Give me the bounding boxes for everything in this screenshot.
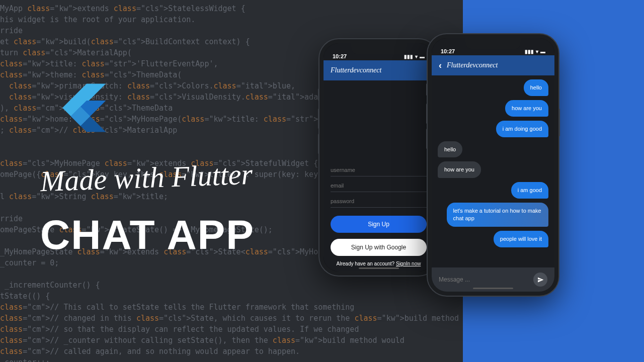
chat-bubble-outgoing[interactable]: how are you (505, 100, 548, 117)
home-indicator (359, 267, 399, 269)
wifi-icon: ▾ (536, 49, 538, 54)
back-icon[interactable]: ‹ (439, 60, 442, 71)
signal-icon: ▮▮▮ (404, 54, 413, 59)
app-title: Flutterdevconnect (331, 66, 381, 74)
chat-scroll[interactable]: hellohow are youi am doing goodhellohow … (432, 75, 554, 267)
chat-bubble-outgoing[interactable]: i am good (511, 182, 548, 199)
already-text: Already have an account? (337, 261, 396, 266)
send-icon (537, 277, 544, 283)
signin-row: Already have an account? SignIn now (331, 261, 427, 266)
subtitle-text: Made with Flutter (40, 157, 253, 199)
phone-mockup-signup: 10:27 ▮▮▮ ▾ ▬ Flutterdevconnect Sign Up … (319, 39, 438, 276)
title-text: CHAT APP (40, 211, 255, 258)
battery-icon: ▬ (420, 54, 425, 59)
message-input[interactable] (439, 276, 529, 283)
clock-text: 10:27 (333, 53, 347, 59)
chat-bubble-outgoing[interactable]: hello (524, 79, 548, 96)
wifi-icon: ▾ (415, 54, 418, 59)
phone-mockup-chat: 10:27 ▮▮▮ ▾ ▬ ‹ Flutterdevconnect helloh… (428, 34, 558, 296)
signin-link[interactable]: SignIn now (396, 261, 421, 266)
chat-bubble-incoming[interactable]: how are you (438, 161, 481, 178)
password-field[interactable] (331, 194, 427, 208)
app-title: Flutterdevconnect (447, 61, 498, 69)
app-bar: Flutterdevconnect (324, 60, 434, 80)
send-button[interactable] (533, 273, 547, 287)
chat-bubble-incoming[interactable]: hello (438, 141, 462, 158)
status-icons: ▮▮▮ ▾ ▬ (525, 49, 545, 54)
chat-bubble-outgoing[interactable]: people will love it (494, 231, 548, 247)
app-bar: ‹ Flutterdevconnect (432, 55, 554, 75)
username-field[interactable] (331, 163, 427, 176)
battery-icon: ▬ (540, 49, 545, 54)
chat-bubble-outgoing[interactable]: i am doing good (496, 121, 548, 137)
signup-google-button[interactable]: Sign Up with Google (331, 239, 427, 256)
status-icons: ▮▮▮ ▾ ▬ (404, 54, 425, 59)
home-indicator (473, 288, 513, 289)
signup-button[interactable]: Sign Up (331, 216, 427, 233)
chat-bubble-outgoing[interactable]: let's make a tutorial on how to make cha… (447, 203, 548, 227)
signal-icon: ▮▮▮ (525, 49, 534, 54)
clock-text: 10:27 (441, 48, 455, 54)
flutter-logo-icon (50, 70, 111, 146)
email-field[interactable] (331, 178, 427, 192)
